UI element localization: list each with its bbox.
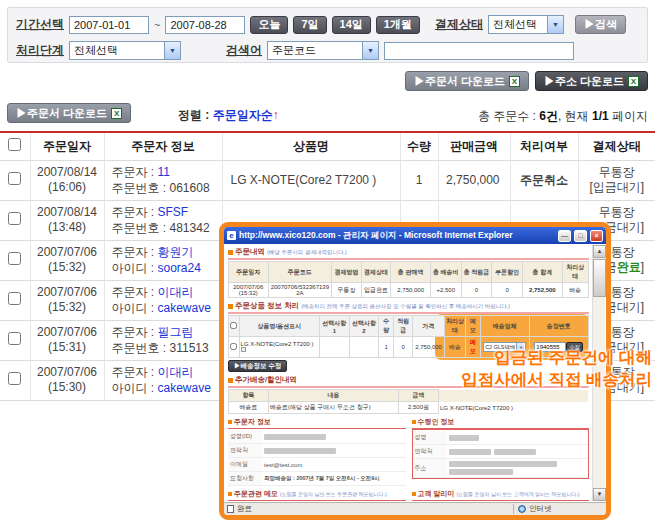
order-admin-page: 기간선택 ~ 오늘 7일 14일 1개월 결제상태 전체선택 ▼ ▶검색 처리단… [0, 0, 655, 529]
col-orderer-info: 주문자 정보 [104, 132, 222, 160]
popup-statusbar: 완료 인터넷 [224, 502, 606, 515]
excel-icon: X [628, 76, 639, 87]
filter-row-2: 처리단계 전체선택 ▼ 검색어 주문코드 ▼ [16, 39, 639, 62]
scroll-down-icon[interactable]: ▼ [593, 488, 606, 501]
item-product-cell: LG X-NOTE(Core2 T7200 ) [239, 337, 319, 358]
select-all-cell [0, 132, 30, 160]
orderer-id-link[interactable]: soora24 [158, 261, 201, 275]
orderer-title: 주문자 정보 [228, 417, 406, 429]
order-memo-section: 주문관련 메모 (쇼핑몰 운영자 님만 보는 주문관련 메모입니다.) ▲▼ [228, 489, 406, 502]
orderer-email: test@test.com [262, 458, 406, 472]
date-range-separator: ~ [154, 19, 160, 31]
sort-indicator: 정렬 : 주문일자순↑ [178, 107, 279, 124]
orderer-id-link[interactable]: cakewave [158, 381, 211, 395]
list-toolbar: ▶주문서 다운로드 X 정렬 : 주문일자순↑ 총 주문수 : 6건, 현재 1… [7, 103, 648, 127]
redacted-value [449, 461, 557, 467]
memo-columns: 주문관련 메모 (쇼핑몰 운영자 님만 보는 주문관련 메모입니다.) ▲▼ 고… [228, 489, 589, 502]
bullet-icon [228, 492, 232, 496]
minimize-button[interactable]: — [558, 230, 571, 242]
orderer-name-link[interactable]: 11 [158, 165, 170, 179]
table-header-row: 주문일자 주문자 정보 상품명 수량 판매금액 처리여부 결제상태 [0, 132, 655, 160]
quick-1month-button[interactable]: 1개월 [376, 16, 420, 34]
payment-section-title: 주문내역 (해당 주문서의 결제내역입니다.) [228, 247, 589, 260]
bullet-icon [228, 250, 233, 255]
total-count-text: 총 주문수 : 6건, 현재 1/1 페이지 [478, 108, 648, 125]
orderer-info: 주문자 정보 성명(ID) 연락처 이메일test@test.com 요청사항희… [228, 417, 406, 486]
order-memo-title: 주문관련 메모 (쇼핑몰 운영자 님만 보는 주문관련 메모입니다.) [228, 489, 406, 501]
scrollbar-thumb[interactable] [593, 259, 606, 297]
redacted-value [264, 434, 326, 440]
close-icon[interactable]: × [590, 230, 603, 242]
bullet-icon [228, 304, 233, 309]
row-checkbox[interactable] [8, 212, 21, 225]
keyword-type-select[interactable]: 주문코드 ▼ [267, 41, 379, 60]
chevron-down-icon: ▼ [362, 42, 378, 59]
redacted-value [264, 448, 336, 454]
receiver-title: 수령인 정보 [412, 417, 590, 429]
globe-icon [518, 505, 526, 513]
item-checkbox[interactable] [230, 343, 237, 350]
download-buttons-row: ▶주문서 다운로드 X ▶주소 다운로드 X [405, 71, 648, 91]
orderer-id-link[interactable]: cakewave [158, 301, 211, 315]
chevron-down-icon: ▼ [164, 42, 180, 59]
receiver-info: 수령인 정보 성명 연락처 주소 [412, 417, 590, 486]
document-icon [227, 505, 234, 513]
date-to-input[interactable] [165, 16, 245, 34]
redacted-value [449, 449, 491, 455]
orderer-name-link[interactable]: 필그림 [158, 325, 194, 339]
col-payment-status: 결제상태 [578, 132, 655, 160]
orderer-name-link[interactable]: 황원기 [158, 245, 194, 259]
order-download-list-button[interactable]: ▶주문서 다운로드 X [7, 103, 131, 123]
status-badge: 주문취소 [510, 160, 578, 200]
orderer-name-link[interactable]: 이대리 [158, 365, 194, 379]
bullet-icon [412, 492, 416, 496]
orderer-name-link[interactable]: 이대리 [158, 285, 194, 299]
shipping-update-button[interactable]: ▶배송정보 수정 [228, 360, 287, 372]
row-checkbox[interactable] [8, 172, 21, 185]
stage-select[interactable]: 전체선택 ▼ [69, 41, 181, 60]
delivery-request: 희망배송일 : 2007년 7월 7일 오전6시 - 오전9시 [262, 472, 406, 486]
row-checkbox[interactable] [8, 332, 21, 345]
customer-notice-title: 고객 알리미 (쇼핑몰 운영자 님이 보는 고객에게 알리는 메모입니다.) [412, 489, 590, 501]
row-checkbox[interactable] [8, 372, 21, 385]
scroll-up-icon[interactable]: ▲ [593, 245, 606, 258]
info-columns: 주문자 정보 성명(ID) 연락처 이메일test@test.com 요청사항희… [228, 417, 589, 486]
payment-status-label: 결제상태 [435, 16, 483, 33]
bullet-icon [228, 420, 232, 424]
date-from-input[interactable] [69, 16, 149, 34]
keyword-label: 검색어 [226, 42, 262, 59]
ie-page-icon: e [227, 231, 236, 240]
popup-title: http://www.xico120.com - 관리자 페이지 - Micro… [239, 230, 555, 242]
items-select-all-checkbox[interactable] [230, 322, 237, 329]
view-product-icon[interactable] [241, 347, 246, 352]
chevron-down-icon: ▼ [547, 16, 563, 33]
redacted-value [494, 449, 536, 455]
redacted-value [449, 435, 479, 441]
table-row: 2007/08/14(16:06) 주문자 : 11주문번호 : 061608 … [0, 160, 655, 200]
row-checkbox[interactable] [8, 252, 21, 265]
period-label: 기간선택 [16, 16, 64, 33]
keyword-input[interactable] [384, 42, 574, 60]
search-filter-panel: 기간선택 ~ 오늘 7일 14일 1개월 결제상태 전체선택 ▼ ▶검색 처리단… [7, 7, 648, 63]
quick-14days-button[interactable]: 14일 [332, 16, 371, 34]
orderer-name-link[interactable]: SFSF [158, 205, 189, 219]
redacted-value [449, 469, 513, 475]
quick-7days-button[interactable]: 7일 [293, 16, 326, 34]
filter-row-1: 기간선택 ~ 오늘 7일 14일 1개월 결제상태 전체선택 ▼ ▶검색 [16, 13, 639, 36]
payment-summary-table: 주문일자 주문코드 결제방법 결제상태 총 판매액 총 배송비 총 적립금 쿠폰… [228, 261, 589, 298]
sort-value-link[interactable]: 주문일자순 [213, 108, 273, 122]
row-checkbox[interactable] [8, 292, 21, 305]
quick-today-button[interactable]: 오늘 [250, 16, 288, 34]
search-button[interactable]: ▶검색 [575, 15, 626, 34]
maximize-button[interactable]: □ [574, 230, 587, 242]
address-download-button[interactable]: ▶주소 다운로드 X [535, 71, 648, 91]
bullet-icon [228, 378, 233, 383]
col-order-date: 주문일자 [30, 132, 104, 160]
customer-notice-section: 고객 알리미 (쇼핑몰 운영자 님이 보는 고객에게 알리는 메모입니다.) ▲… [412, 489, 590, 502]
excel-icon: X [509, 76, 520, 87]
payment-status-select[interactable]: 전체선택 ▼ [488, 15, 564, 34]
sort-arrow-up-icon: ↑ [273, 108, 279, 122]
select-all-checkbox[interactable] [8, 138, 21, 151]
order-download-button[interactable]: ▶주문서 다운로드 X [405, 71, 529, 91]
popup-titlebar[interactable]: e http://www.xico120.com - 관리자 페이지 - Mic… [224, 227, 606, 244]
